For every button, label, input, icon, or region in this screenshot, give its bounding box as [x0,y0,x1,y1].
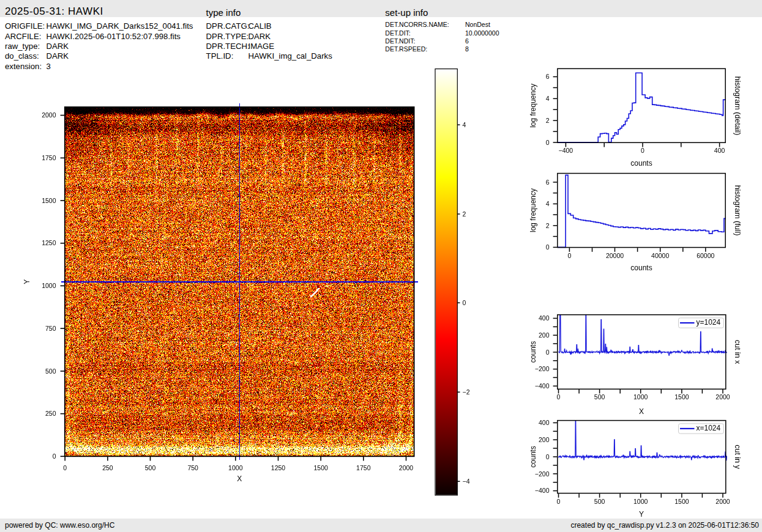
svg-text:cut in x: cut in x [733,340,742,364]
svg-text:X: X [237,475,242,483]
svg-text:x=1024: x=1024 [697,424,721,432]
svg-text:0: 0 [63,464,67,471]
svg-text:500: 500 [594,393,605,401]
svg-text:0: 0 [641,147,644,154]
svg-text:−200: −200 [535,365,550,372]
svg-text:−2: −2 [463,388,470,396]
svg-text:400: 400 [539,314,550,322]
svg-text:1500: 1500 [674,393,689,401]
svg-text:0: 0 [546,243,550,251]
svg-text:−4: −4 [463,478,470,485]
svg-text:1250: 1250 [42,239,56,246]
svg-text:200: 200 [539,331,550,339]
svg-text:400: 400 [714,147,725,154]
svg-text:6: 6 [546,179,550,186]
svg-text:20000: 20000 [606,252,624,259]
svg-text:0: 0 [557,498,561,505]
svg-text:2000: 2000 [42,111,56,119]
svg-text:−200: −200 [535,470,550,478]
svg-text:60000: 60000 [697,252,714,259]
svg-text:−400: −400 [535,487,550,494]
svg-text:4: 4 [463,121,466,128]
svg-text:0: 0 [546,453,550,460]
svg-text:1750: 1750 [356,464,371,471]
svg-text:0: 0 [567,252,571,259]
svg-text:6: 6 [546,73,550,80]
svg-text:counts: counts [630,159,652,168]
svg-text:y=1024: y=1024 [697,318,721,327]
svg-text:1500: 1500 [42,197,56,204]
svg-text:histogram (full): histogram (full) [733,185,742,236]
svg-text:2: 2 [546,117,550,124]
svg-text:1000: 1000 [633,393,648,401]
svg-text:counts: counts [529,341,537,363]
svg-text:2000: 2000 [715,498,730,505]
svg-text:2000: 2000 [399,464,414,471]
svg-text:500: 500 [594,498,605,505]
svg-text:1500: 1500 [314,464,329,471]
svg-text:250: 250 [45,410,56,417]
svg-text:0: 0 [557,393,561,401]
svg-text:750: 750 [187,464,198,471]
svg-text:counts: counts [630,264,652,272]
svg-text:Y: Y [639,510,644,519]
svg-text:1500: 1500 [674,498,689,505]
svg-text:−400: −400 [535,382,550,390]
svg-text:X: X [639,407,644,416]
svg-text:1000: 1000 [228,464,243,471]
svg-text:250: 250 [102,464,113,471]
svg-text:counts: counts [529,446,537,467]
svg-text:4: 4 [546,200,550,207]
svg-text:histogram (detail): histogram (detail) [733,76,742,136]
svg-text:2000: 2000 [715,393,730,401]
svg-text:2: 2 [546,222,550,229]
svg-text:400: 400 [539,419,550,426]
svg-text:0: 0 [463,299,466,306]
svg-text:cut in y: cut in y [733,445,742,469]
svg-text:−400: −400 [559,147,573,154]
svg-text:Y: Y [23,279,32,284]
svg-text:0: 0 [546,349,550,356]
svg-text:40000: 40000 [651,252,669,259]
svg-text:1250: 1250 [271,464,286,471]
svg-text:2: 2 [463,210,466,218]
svg-text:500: 500 [45,368,56,375]
svg-text:750: 750 [45,325,56,332]
svg-text:log frequency: log frequency [529,84,537,128]
svg-text:0: 0 [546,139,550,146]
svg-text:500: 500 [145,464,156,471]
svg-text:200: 200 [539,436,550,443]
svg-text:4: 4 [546,95,550,102]
svg-text:0: 0 [53,453,56,460]
svg-text:1000: 1000 [42,282,56,289]
svg-text:log frequency: log frequency [529,188,537,232]
svg-text:1000: 1000 [633,498,648,505]
svg-text:1750: 1750 [42,154,56,161]
